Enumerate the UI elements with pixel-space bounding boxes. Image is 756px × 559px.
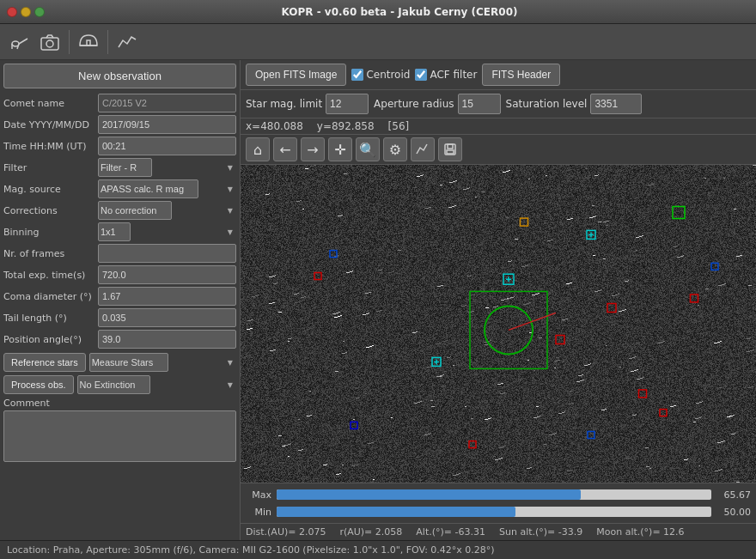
alt-deg: Alt.(°)= -63.31 [416, 526, 485, 538]
svg-point-5 [46, 40, 53, 47]
max-slider-row: Max 65.67 [246, 486, 751, 503]
coma-diam-input[interactable] [98, 287, 236, 306]
maximize-button[interactable] [34, 7, 45, 17]
coord-x: x=480.088 [246, 120, 303, 132]
date-input[interactable] [98, 115, 236, 134]
filter-row: Filter Filter - R [3, 158, 236, 177]
aperture-label: Aperture radius [374, 98, 454, 110]
date-row: Date YYYY/MM/DD [3, 115, 236, 134]
min-label: Min [246, 507, 271, 518]
acf-filter-checkbox[interactable] [415, 69, 427, 81]
svg-rect-7 [87, 40, 90, 46]
extinction-select[interactable]: No Extinction [77, 375, 150, 394]
dist-au: Dist.(AU)= 2.075 [246, 526, 326, 538]
main-toolbar [0, 24, 756, 60]
corrections-select[interactable]: No correction [98, 201, 172, 220]
forward-button[interactable]: → [301, 137, 325, 161]
nr-frames-label: Nr. of frames [3, 248, 98, 259]
max-label: Max [246, 489, 271, 501]
camera-icon[interactable] [36, 28, 64, 56]
image-toolbar: ⌂ ← → ✛ 🔍 ⚙ [241, 135, 756, 165]
binning-label: Binning [3, 227, 98, 238]
graph-icon[interactable] [113, 28, 141, 56]
star-mag-label: Star mag. limit [246, 98, 322, 110]
aperture-input[interactable] [458, 94, 501, 114]
centroid-checkbox[interactable] [351, 69, 363, 81]
zoom-button[interactable]: 🔍 [356, 137, 380, 161]
comet-name-label: Comet name [3, 98, 98, 109]
telescope-icon[interactable] [5, 28, 33, 56]
position-angle-row: Position angle(°) [3, 330, 236, 349]
date-label: Date YYYY/MM/DD [3, 119, 98, 131]
acf-filter-label: ACF filter [430, 69, 477, 81]
tail-length-row: Tail length (°) [3, 308, 236, 327]
corrections-label: Corrections [3, 205, 98, 216]
mag-source-select[interactable]: APASS calc. R mag [98, 179, 198, 198]
comet-name-input[interactable] [98, 94, 236, 112]
comment-area: Comment [3, 398, 236, 465]
measure-stars-select-wrapper: Measure Stars [89, 353, 236, 372]
total-exp-row: Total exp. time(s) [3, 265, 236, 284]
reference-stars-button[interactable]: Reference stars [3, 353, 86, 372]
total-exp-input[interactable] [98, 265, 236, 284]
svg-rect-9 [448, 144, 453, 149]
toolbar-separator-2 [107, 30, 108, 54]
status-text: Location: Praha, Aperture: 305mm (f/6), … [7, 544, 495, 556]
window-controls[interactable] [7, 7, 45, 17]
star-mag-input[interactable] [326, 94, 369, 114]
minimize-button[interactable] [21, 7, 31, 17]
home-button[interactable]: ⌂ [246, 137, 270, 161]
dome-icon[interactable] [75, 28, 102, 56]
comment-textarea[interactable] [3, 410, 236, 462]
comet-name-row: Comet name [3, 94, 236, 112]
svg-rect-10 [447, 150, 454, 154]
save-button[interactable] [438, 137, 462, 161]
settings-button[interactable]: ⚙ [383, 137, 407, 161]
pan-button[interactable]: ✛ [328, 137, 352, 161]
saturation-label: Saturation level [506, 98, 588, 110]
measure-stars-select[interactable]: Measure Stars [89, 353, 168, 372]
centroid-label: Centroid [366, 69, 410, 81]
top-controls-row2: Star mag. limit Aperture radius Saturati… [241, 90, 756, 118]
binning-select[interactable]: 1x1 [98, 222, 131, 241]
time-input[interactable] [98, 137, 236, 155]
time-label: Time HH:MM (UT) [3, 141, 98, 152]
saturation-group: Saturation level [506, 94, 643, 114]
mag-source-row: Mag. source APASS calc. R mag [3, 179, 236, 198]
svg-line-1 [19, 39, 27, 44]
nr-frames-input[interactable] [98, 244, 236, 263]
time-row: Time HH:MM (UT) [3, 137, 236, 155]
astro-image[interactable] [241, 165, 756, 483]
sliders-bar: Max 65.67 Min 50.00 [241, 483, 756, 523]
tail-length-input[interactable] [98, 308, 236, 327]
ref-stars-row: Reference stars Measure Stars [3, 353, 236, 372]
filter-select[interactable]: Filter - R [98, 158, 152, 177]
nr-frames-row: Nr. of frames [3, 244, 236, 263]
open-fits-button[interactable]: Open FITS Image [246, 64, 346, 86]
saturation-input[interactable] [590, 94, 642, 114]
corrections-row: Corrections No correction [3, 201, 236, 220]
new-observation-button[interactable]: New observation [3, 64, 236, 88]
back-button[interactable]: ← [273, 137, 297, 161]
chart-button[interactable] [411, 137, 435, 161]
position-angle-input[interactable] [98, 330, 236, 349]
process-obs-button[interactable]: Process obs. [3, 375, 74, 394]
coma-diam-label: Coma diameter (°) [3, 291, 98, 302]
min-slider-track[interactable] [277, 507, 711, 517]
binning-row: Binning 1x1 [3, 222, 236, 241]
total-exp-label: Total exp. time(s) [3, 270, 98, 281]
max-slider-track[interactable] [277, 489, 711, 500]
comment-label: Comment [3, 398, 236, 409]
min-value: 50.00 [716, 507, 751, 518]
tail-length-label: Tail length (°) [3, 313, 98, 324]
left-panel: New observation Comet name Date YYYY/MM/… [0, 60, 241, 540]
close-button[interactable] [7, 7, 17, 17]
min-slider-fill [277, 507, 515, 517]
svg-rect-4 [41, 38, 58, 50]
mag-source-select-wrapper: APASS calc. R mag [98, 179, 236, 198]
max-slider-fill [277, 489, 581, 500]
fits-header-button[interactable]: FITS Header [482, 64, 560, 86]
corrections-select-wrapper: No correction [98, 201, 236, 220]
filter-label: Filter [3, 162, 98, 173]
centroid-checkbox-item: Centroid [351, 69, 410, 81]
